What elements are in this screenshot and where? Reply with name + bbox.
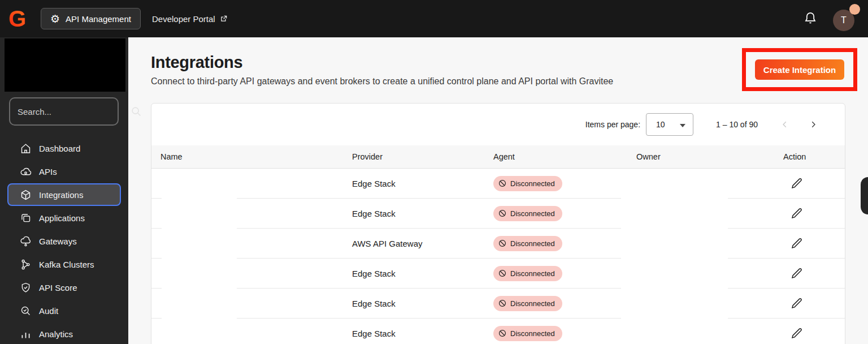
search-check-icon [19,304,32,317]
column-header-provider: Provider [343,152,484,161]
column-header-agent: Agent [484,152,627,161]
bar-chart-icon [19,328,32,340]
kafka-nodes-icon [19,258,32,270]
edit-pencil-icon[interactable] [789,265,805,281]
api-management-button[interactable]: ⚙ API Management [41,8,141,29]
items-per-page-value: 10 [656,120,665,129]
shield-check-icon [19,281,32,294]
edit-pencil-icon[interactable] [789,235,805,251]
gravitee-logo-icon[interactable]: G [7,6,31,31]
cell-provider: AWS API Gateway [343,239,484,248]
items-per-page-label: Items per page: [585,120,640,129]
sidebar-item-dashboard[interactable]: Dashboard [7,137,121,160]
sidebar-item-label: Applications [39,213,85,223]
table-row: Edge Stack Disconnected [151,169,845,199]
edit-pencil-icon[interactable] [789,205,805,221]
redacted-cell-overlay [162,259,237,289]
gear-icon: ⚙ [50,14,60,24]
status-badge-label: Disconnected [510,329,555,338]
search-input[interactable] [10,107,130,117]
developer-portal-link[interactable]: Developer Portal [152,14,228,24]
sidebar-item-label: Audit [39,306,58,316]
sidebar-item-integrations[interactable]: Integrations [7,183,121,206]
sidebar-item-api-score[interactable]: API Score [7,276,121,299]
table-row: Edge Stack Disconnected [151,289,845,319]
sidebar-item-label: Integrations [39,190,83,200]
api-management-label: API Management [66,14,131,24]
status-badge-label: Disconnected [510,299,555,308]
integrations-table-card: Items per page: 10 1 – 10 of 90 Name Pro… [151,103,845,344]
page-subtitle: Connect to third-party API gateways and … [151,76,613,87]
layered-squares-icon [19,212,32,224]
cell-provider: Edge Stack [343,269,484,278]
annotation-highlight-box: Create Integration [742,48,857,91]
redacted-cell-overlay [162,199,237,229]
cell-agent: Disconnected [484,326,627,341]
sidebar-item-audit[interactable]: Audit [7,299,121,322]
redacted-cell-overlay [621,289,728,319]
column-header-action: Action [774,152,845,161]
redacted-cell-overlay [162,319,237,344]
sidebar-item-applications[interactable]: Applications [7,207,121,229]
cell-agent: Disconnected [484,206,627,221]
top-bar: G ⚙ API Management Developer Portal T [0,0,868,37]
redacted-cell-overlay [621,229,728,259]
sidebar-item-label: APIs [39,167,57,177]
developer-portal-label: Developer Portal [152,14,215,24]
sidebar-item-label: API Score [39,283,77,293]
redacted-cell-overlay [162,229,237,259]
redacted-cell-overlay [162,289,237,319]
avatar-letter: T [841,15,847,25]
table-row: Edge Stack Disconnected [151,199,845,229]
create-integration-button[interactable]: Create Integration [755,59,844,80]
table-header-row: Name Provider Agent Owner Action [151,145,845,169]
pagination-bar: Items per page: 10 1 – 10 of 90 [151,104,845,145]
status-badge: Disconnected [493,266,562,281]
edit-pencil-icon[interactable] [789,325,805,341]
sidebar: Dashboard APIs Integrations Appli [0,37,128,344]
column-header-name: Name [151,152,343,161]
redacted-cell-overlay [621,259,728,289]
status-badge: Disconnected [493,326,562,341]
disconnected-icon [498,209,507,218]
topbar-actions: T [802,6,856,31]
main-content: Integrations Connect to third-party API … [128,37,868,344]
presence-dot [849,4,860,15]
sidebar-item-apis[interactable]: APIs [7,160,121,183]
cell-provider: Edge Stack [343,179,484,188]
external-link-icon [220,15,228,23]
cell-action [774,205,845,221]
status-badge: Disconnected [493,236,562,251]
redacted-cell-overlay [621,319,728,344]
sidebar-item-label: Analytics [39,329,73,339]
notifications-bell-icon[interactable] [802,11,818,27]
disconnected-icon [498,269,507,278]
cell-agent: Disconnected [484,176,627,191]
sidebar-item-label: Kafka Clusters [39,260,94,269]
edit-pencil-icon[interactable] [789,295,805,311]
cloud-api-icon [19,165,32,178]
floating-widget-partial[interactable] [861,177,868,214]
status-badge: Disconnected [493,206,562,221]
status-badge-label: Disconnected [510,179,555,188]
edit-pencil-icon[interactable] [789,175,805,191]
user-menu: T [833,6,856,31]
redacted-environment-block [5,38,125,92]
cell-action [774,325,845,341]
previous-page-button[interactable] [778,118,792,131]
sidebar-item-gateways[interactable]: Gateways [7,230,121,252]
cell-provider: Edge Stack [343,209,484,218]
page-title: Integrations [151,53,242,72]
disconnected-icon [498,329,507,338]
next-page-button[interactable] [806,118,820,131]
sidebar-item-analytics[interactable]: Analytics [7,322,121,344]
cell-agent: Disconnected [484,266,627,281]
sidebar-item-kafka-clusters[interactable]: Kafka Clusters [7,253,121,276]
sidebar-item-label: Gateways [39,236,77,246]
items-per-page-select[interactable]: 10 [646,113,693,136]
home-icon [19,142,32,154]
table-row: AWS API Gateway Disconnected [151,229,845,259]
status-badge-label: Disconnected [510,269,555,278]
svg-text:G: G [8,6,26,31]
pagination-range-label: 1 – 10 of 90 [716,120,758,129]
